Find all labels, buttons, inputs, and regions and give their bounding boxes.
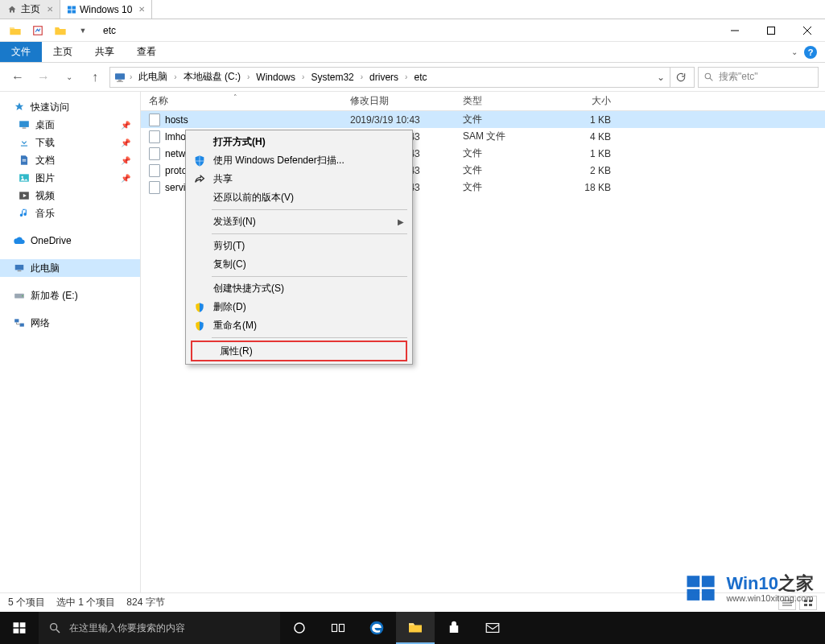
ctx-defender-scan[interactable]: 使用 Windows Defender扫描...: [186, 151, 412, 170]
minimize-button[interactable]: [716, 19, 753, 42]
taskbar-store[interactable]: [435, 612, 473, 644]
nav-pane: 快速访问 桌面 📌 下载 📌 文档 📌 图片 📌 视频 音乐: [0, 92, 141, 615]
nav-label: 下载: [35, 136, 55, 150]
nav-label: 桌面: [35, 118, 55, 132]
nav-label: 网络: [31, 316, 50, 330]
close-icon[interactable]: ✕: [138, 5, 145, 14]
nav-network[interactable]: 网络: [0, 314, 140, 332]
chevron-right-icon[interactable]: ›: [128, 72, 134, 81]
nav-pictures[interactable]: 图片 📌: [0, 169, 140, 187]
nav-videos[interactable]: 视频: [0, 187, 140, 204]
nav-label: 此电脑: [31, 262, 60, 275]
taskbar-search[interactable]: 在这里输入你要搜索的内容: [39, 612, 280, 644]
col-type[interactable]: 类型: [463, 94, 567, 108]
ctx-create-shortcut[interactable]: 创建快捷方式(S): [186, 279, 412, 298]
blank-icon: [192, 191, 207, 205]
addr-seg-2[interactable]: Windows: [253, 68, 299, 87]
col-size[interactable]: 大小: [567, 94, 616, 108]
svg-rect-51: [486, 624, 499, 633]
svg-rect-42: [20, 622, 26, 627]
close-button[interactable]: [789, 19, 825, 42]
ctx-cut[interactable]: 剪切(T): [186, 237, 412, 255]
taskbar-mail[interactable]: [473, 612, 512, 644]
chevron-right-icon[interactable]: ›: [300, 72, 306, 81]
taskbar-taskview[interactable]: [319, 612, 357, 644]
chevron-right-icon: ▶: [398, 217, 404, 226]
nav-onedrive[interactable]: OneDrive: [0, 232, 140, 250]
file-size: 4 KB: [567, 131, 616, 142]
ribbon-expand-icon[interactable]: ⌄: [791, 47, 798, 56]
address-bar[interactable]: › 此电脑 › 本地磁盘 (C:) › Windows › System32 ›…: [109, 67, 695, 88]
watermark-url: www.win10xitong.com: [726, 593, 814, 603]
qat-dropdown[interactable]: ▼: [74, 22, 92, 39]
ctx-copy[interactable]: 复制(C): [186, 255, 412, 274]
nav-recent-dropdown[interactable]: ⌄: [58, 66, 80, 89]
host-tab-win10[interactable]: Windows 10 ✕: [60, 0, 152, 19]
ctx-properties[interactable]: 属性(R): [192, 342, 406, 360]
ctx-restore-previous[interactable]: 还原以前的版本(V): [186, 188, 412, 207]
nav-desktop[interactable]: 桌面 📌: [0, 116, 140, 134]
file-type: 文件: [463, 147, 567, 160]
pc-icon: [113, 72, 126, 83]
blank-icon: [192, 258, 207, 272]
nav-downloads[interactable]: 下载 📌: [0, 134, 140, 151]
ribbon-tab-home[interactable]: 主页: [42, 42, 84, 62]
ribbon-tab-share[interactable]: 共享: [84, 42, 126, 62]
file-type: SAM 文件: [463, 130, 567, 143]
windows-logo-icon: [684, 572, 718, 605]
nav-quick-access[interactable]: 快速访问: [0, 98, 140, 116]
help-icon[interactable]: ?: [804, 46, 817, 59]
svg-rect-6: [767, 27, 774, 34]
col-name[interactable]: 名称 ˄: [141, 94, 350, 108]
ctx-delete[interactable]: 删除(D): [186, 298, 412, 316]
taskbar-edge[interactable]: [357, 612, 396, 644]
file-row[interactable]: hosts 2019/3/19 10:43 文件 1 KB: [141, 111, 825, 128]
ctx-separator: [212, 233, 407, 234]
nav-documents[interactable]: 文档 📌: [0, 151, 140, 169]
close-icon[interactable]: ✕: [47, 5, 53, 14]
taskbar-explorer[interactable]: [396, 612, 435, 644]
sort-asc-icon: ˄: [233, 93, 237, 101]
nav-up-button[interactable]: ↑: [84, 66, 106, 89]
file-icon: [149, 181, 160, 194]
blank-icon: [192, 215, 207, 229]
nav-music[interactable]: 音乐: [0, 204, 140, 222]
nav-forward-button[interactable]: →: [32, 66, 55, 89]
svg-point-25: [22, 295, 23, 297]
addr-seg-4[interactable]: drivers: [366, 68, 402, 87]
columns-header: 名称 ˄ 修改日期 类型 大小: [141, 92, 825, 111]
ribbon-tab-file[interactable]: 文件: [0, 42, 42, 62]
refresh-button[interactable]: [670, 68, 691, 87]
ribbon-tab-view[interactable]: 查看: [126, 42, 167, 62]
col-date[interactable]: 修改日期: [350, 94, 463, 108]
ctx-open-with[interactable]: 打开方式(H): [186, 133, 412, 151]
addr-seg-5[interactable]: etc: [410, 68, 430, 87]
taskbar-cortana[interactable]: [280, 612, 319, 644]
host-tab-home[interactable]: 主页 ✕: [0, 0, 60, 19]
svg-rect-26: [14, 319, 19, 322]
chevron-right-icon[interactable]: ›: [245, 72, 251, 81]
file-icon: [149, 114, 160, 126]
chevron-right-icon[interactable]: ›: [359, 72, 365, 81]
ctx-rename[interactable]: 重命名(M): [186, 316, 412, 335]
addr-seg-0[interactable]: 此电脑: [135, 68, 171, 87]
start-button[interactable]: [0, 612, 39, 644]
maximize-button[interactable]: [753, 19, 789, 42]
nav-new-volume[interactable]: 新加卷 (E:): [0, 287, 140, 304]
desktop-icon: [18, 118, 31, 131]
qat-properties-button[interactable]: [29, 22, 47, 39]
addr-seg-1[interactable]: 本地磁盘 (C:): [180, 68, 244, 87]
chevron-right-icon[interactable]: ›: [403, 72, 409, 81]
addr-seg-3[interactable]: System32: [307, 68, 357, 87]
ribbon-tabs: 文件 主页 共享 查看 ⌄ ?: [0, 42, 825, 63]
search-input[interactable]: 搜索"etc": [698, 67, 819, 88]
nav-back-button[interactable]: ←: [6, 66, 29, 89]
ctx-share[interactable]: 共享: [186, 170, 412, 188]
qat-newfolder-button[interactable]: [52, 22, 69, 39]
document-icon: [18, 154, 31, 167]
addr-history-dropdown[interactable]: ⌄: [652, 72, 670, 83]
ctx-label: 发送到(N): [213, 215, 256, 229]
nav-this-pc[interactable]: 此电脑: [0, 259, 140, 277]
chevron-right-icon[interactable]: ›: [172, 72, 178, 81]
ctx-send-to[interactable]: 发送到(N) ▶: [186, 213, 412, 231]
